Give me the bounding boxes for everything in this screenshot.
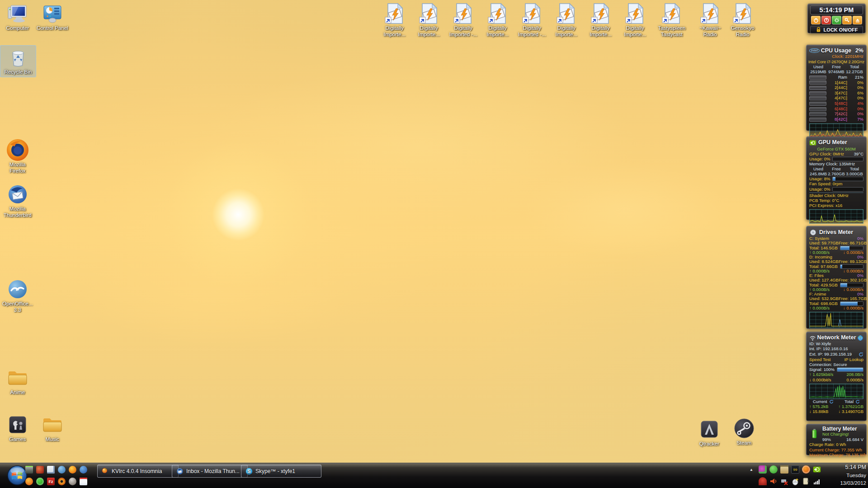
desktop-icon-kawaii-radio[interactable]: ~Kawaii~Radio (693, 3, 728, 38)
eject-button[interactable] (853, 16, 862, 24)
taskbar-button-thunderbird[interactable]: Inbox - Mozilla Thun... (172, 465, 248, 478)
battery-monitor-tray-icon[interactable]: 99 (791, 465, 799, 474)
calendar-icon[interactable] (80, 478, 87, 485)
desktop-icon-thunderbird[interactable]: MozillaThunderbird (0, 183, 35, 218)
logoff-key-button[interactable] (842, 16, 852, 24)
kvirc-quicklaunch-icon[interactable] (25, 478, 33, 485)
battery-percent: 99% (822, 437, 831, 442)
desktop-icon-di-1[interactable]: DigitallyImporte... (377, 3, 412, 38)
thunderbird-icon (7, 183, 28, 205)
desktop-icon-games[interactable]: Games (0, 414, 35, 443)
ip-lookup-link[interactable]: IP Lookup (844, 357, 863, 362)
speed-test-link[interactable]: Speed Test (809, 357, 830, 362)
drive-c: C: System0% Used: 59.77GBFree: 86.71GB T… (809, 236, 863, 255)
desktop-icon-control-panel[interactable]: Control Panel (35, 3, 70, 32)
mydefrag-icon[interactable] (25, 466, 33, 474)
desktop-icon-di-7[interactable]: DigitallyImporte... (583, 3, 618, 38)
folder-icon (7, 367, 28, 389)
desktop-icon-di-5[interactable]: DigitallyImported -... (514, 3, 550, 38)
disc-burner-icon[interactable] (58, 478, 66, 485)
gpu-usage-bar (832, 157, 863, 161)
recycle-bin-icon (7, 47, 29, 68)
tray-date: 13/03/2012 (826, 479, 866, 488)
gpu-history-graph (809, 209, 863, 224)
winamp-playlist-icon (732, 3, 754, 24)
headset-tray-icon[interactable] (759, 477, 767, 485)
refresh-icon[interactable] (859, 352, 863, 357)
skype-tray-icon[interactable] (769, 465, 778, 474)
tray-time: 5:14 PM (826, 464, 866, 472)
drive-f: F: Anime0% Used: 532.9GBFree: 165.7GB To… (809, 292, 863, 310)
taskbar: Fz KVIrc 4.0.4 Insomnia Inbox - Mozilla … (0, 463, 868, 488)
power-plan-tray-icon[interactable] (802, 477, 810, 485)
power-button[interactable] (811, 16, 821, 24)
winamp-playlist-icon (590, 3, 612, 24)
safely-remove-tray-icon[interactable] (780, 477, 788, 485)
kvirc-icon (102, 468, 109, 475)
network-history-graph (809, 384, 863, 399)
taskbar-button-kvirc[interactable]: KVIrc 4.0.4 Insomnia (97, 465, 179, 478)
winamp-playlist-icon (418, 3, 440, 24)
search-tool-icon[interactable] (47, 466, 55, 474)
core-row: 3[47C]6% (809, 91, 863, 96)
firefox-quicklaunch-icon[interactable] (69, 466, 76, 474)
gimp-icon[interactable] (69, 478, 76, 485)
restart-button[interactable] (832, 16, 841, 24)
desktop-icon-steam[interactable]: Steam (726, 418, 762, 446)
core-row: 8[42C]7% (809, 117, 863, 122)
taskbar-button-skype[interactable]: S Skype™ - xtyfe1 (241, 465, 321, 478)
cpu-history-graph (809, 123, 863, 138)
svg-text:S: S (248, 469, 251, 474)
desktop-icon-gensokyo-radio[interactable]: GensokyoRadio (725, 3, 760, 38)
games-icon (7, 414, 28, 436)
desktop-icon-firefox[interactable]: MozillaFirefox (0, 139, 35, 174)
desktop-icon-di-2[interactable]: DigitallyImporte... (411, 3, 447, 38)
refresh-icon[interactable] (855, 399, 860, 404)
icon-label: Recycle Bin (5, 69, 32, 75)
desktop-icon-qtracker[interactable]: Qtracker (692, 418, 727, 447)
desktop-icon-di-4[interactable]: DigitallyImporte... (480, 3, 515, 38)
desktop-icon-di-6[interactable]: DigitallyImporte... (549, 3, 584, 38)
firefox-icon (7, 139, 28, 161)
refresh-icon[interactable] (829, 399, 834, 404)
desktop-icon-openoffice[interactable]: OpenOffice...3.3 (0, 278, 35, 313)
desktop-icon-anime[interactable]: Anime (0, 367, 35, 396)
network-signal-tray-icon[interactable] (813, 477, 821, 485)
drive-e: E: Files0% Used: 127.4GBFree: 302.1GB To… (809, 273, 863, 292)
utorrent-icon[interactable] (36, 478, 44, 485)
desktop-icon-di-3[interactable]: DigitallyImported -... (446, 3, 481, 38)
desktop-icon-tastyspleen[interactable]: TastyspleenTastycast (654, 3, 689, 38)
desktop-icon-di-8[interactable]: DigitallyImporte... (618, 3, 653, 38)
internal-ip: Int. IP: 192.168.0.16 (809, 347, 863, 351)
battery-status: Not Charging! (822, 432, 863, 436)
start-button[interactable] (6, 465, 28, 486)
clipboard-tray-icon[interactable] (780, 465, 788, 474)
icon-editor-icon[interactable] (36, 466, 44, 474)
mouse-settings-tray-icon[interactable] (791, 477, 799, 485)
tray-day: Tuesday (826, 472, 866, 480)
core-row: 6[48C]0% (809, 107, 863, 112)
ram-row: Ram21% (809, 75, 863, 80)
steam-icon (733, 418, 755, 439)
cpu-name: Intel Core i7-2670QM 2.20GHz (809, 60, 863, 64)
cpu-usage-gadget: intel CPU Usage 2% Clock: 2201MHz Intel … (806, 45, 867, 131)
filezilla-icon[interactable]: Fz (47, 478, 55, 485)
kvirc-tray-icon[interactable] (759, 465, 767, 474)
folder-icon (42, 414, 63, 436)
lock-on-off-button[interactable]: LOCK ON/OFF (810, 26, 863, 33)
openoffice-quicklaunch-icon[interactable] (58, 466, 66, 474)
show-hidden-icons-button[interactable]: ▲ (750, 468, 753, 472)
volume-tray-icon[interactable] (769, 477, 778, 485)
network-meter-gadget: Network Meter ID: W-Xtyfe Int. IP: 192.1… (806, 332, 867, 421)
gpu-mem-usage-bar (832, 177, 863, 181)
shutdown-button[interactable] (821, 16, 831, 24)
aimp-tray-icon[interactable] (802, 465, 810, 474)
thunderbird-quicklaunch-icon[interactable] (80, 466, 87, 474)
winamp-playlist-icon (556, 3, 577, 24)
desktop-icon-music[interactable]: Music (35, 414, 70, 443)
nvidia-tray-icon[interactable] (813, 465, 821, 474)
desktop-icon-recycle-bin[interactable]: Recycle Bin (0, 45, 36, 77)
desktop-icon-computer[interactable]: Computer (0, 3, 35, 32)
network-id: ID: W-Xtyfe (809, 342, 863, 346)
taskbar-clock[interactable]: 5:14 PM Tuesday 13/03/2012 (826, 464, 866, 488)
